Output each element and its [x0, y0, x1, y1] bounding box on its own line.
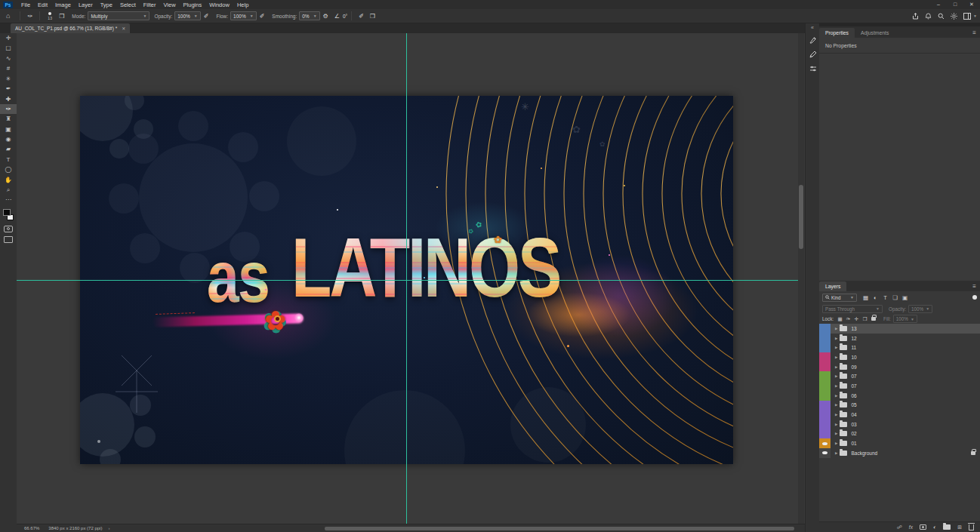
visibility-chip[interactable]: [819, 381, 831, 391]
layer-name[interactable]: 07: [851, 383, 856, 389]
menu-item[interactable]: Type: [97, 2, 116, 8]
layer-effects-icon[interactable]: fx: [909, 524, 913, 530]
visibility-chip[interactable]: [819, 334, 831, 343]
layer-row[interactable]: ▶ 03: [819, 420, 980, 429]
layer-row[interactable]: ▶ 13: [819, 324, 980, 334]
crop-tool[interactable]: #: [0, 63, 17, 73]
visibility-chip[interactable]: [819, 438, 831, 448]
layer-row[interactable]: ▶ 04: [819, 410, 980, 420]
move-tool[interactable]: ✛: [0, 33, 17, 43]
expand-group-icon[interactable]: ▶: [835, 374, 837, 378]
layer-row[interactable]: ▶ 09: [819, 362, 980, 372]
layer-row[interactable]: ▶ 12: [819, 334, 980, 343]
filter-smart-objects-icon[interactable]: ▣: [900, 294, 910, 301]
type-tool[interactable]: T: [0, 155, 17, 165]
layer-row[interactable]: ▶ 02: [819, 429, 980, 439]
menu-item[interactable]: Select: [116, 2, 140, 8]
layer-name[interactable]: 09: [851, 364, 856, 370]
layer-row[interactable]: ▶ 07: [819, 371, 980, 381]
clone-stamp-tool[interactable]: ♜: [0, 114, 17, 124]
layer-name[interactable]: 02: [851, 431, 856, 436]
visibility-chip[interactable]: [819, 401, 831, 411]
expand-group-icon[interactable]: ▶: [835, 394, 837, 398]
filter-toggle-icon[interactable]: [972, 295, 977, 300]
expand-group-icon[interactable]: ▶: [835, 441, 837, 445]
layer-blend-mode-select[interactable]: Pass Through ▼: [822, 305, 883, 313]
visibility-chip[interactable]: [819, 371, 831, 381]
expand-panels-icon[interactable]: «: [806, 23, 819, 32]
visibility-chip[interactable]: [819, 448, 831, 458]
menu-item[interactable]: Plugins: [180, 2, 206, 8]
flow-input[interactable]: 100% ▼: [230, 11, 257, 20]
share-icon[interactable]: [909, 11, 922, 21]
blend-mode-select[interactable]: Multiply ▼: [88, 11, 149, 20]
tab-adjustments[interactable]: Adjustments: [855, 28, 895, 38]
maximize-button[interactable]: □: [947, 2, 963, 8]
screen-mode-icon[interactable]: [4, 236, 13, 243]
symmetry-icon[interactable]: ❒: [367, 13, 378, 20]
layer-name[interactable]: 07: [851, 374, 856, 379]
vertical-scrollbar[interactable]: [798, 33, 804, 524]
layer-row[interactable]: ▶ 05: [819, 401, 980, 411]
smoothing-input[interactable]: 0% ▼: [299, 11, 319, 20]
expand-group-icon[interactable]: ▶: [835, 403, 837, 407]
layer-row[interactable]: ▶ 10: [819, 352, 980, 362]
visibility-chip[interactable]: [819, 324, 831, 334]
eye-icon[interactable]: [822, 451, 827, 454]
delete-layer-icon[interactable]: [969, 524, 974, 530]
layer-row[interactable]: ▶ 06: [819, 391, 980, 401]
visibility-chip[interactable]: [819, 420, 831, 429]
layer-name[interactable]: 06: [851, 393, 856, 398]
layer-name[interactable]: Background: [851, 451, 877, 456]
brush-tool[interactable]: ✑: [0, 104, 17, 114]
expand-group-icon[interactable]: ▶: [835, 327, 837, 331]
menu-item[interactable]: Edit: [34, 2, 51, 8]
add-layer-mask-icon[interactable]: [920, 524, 926, 530]
shape-tool[interactable]: ◯: [0, 165, 17, 174]
layer-name[interactable]: 12: [851, 336, 856, 341]
layer-row[interactable]: ▶ Background: [819, 448, 980, 458]
layer-name[interactable]: 04: [851, 412, 856, 417]
brush-angle-value[interactable]: 0°: [343, 14, 347, 19]
adjustment-layer-icon[interactable]: ◐: [933, 524, 936, 530]
layer-name[interactable]: 03: [851, 422, 856, 427]
pressure-size-icon[interactable]: ✐: [356, 13, 367, 20]
horizontal-guide[interactable]: [17, 280, 798, 281]
filter-pixel-layers-icon[interactable]: ▦: [861, 294, 871, 301]
visibility-chip[interactable]: [819, 410, 831, 420]
smoothing-gear-icon[interactable]: ⚙: [320, 13, 331, 20]
expand-group-icon[interactable]: ▶: [835, 384, 837, 388]
foreground-color-swatch[interactable]: [3, 209, 11, 216]
layer-row[interactable]: ▶ 07: [819, 381, 980, 391]
search-icon[interactable]: [935, 11, 948, 21]
expand-group-icon[interactable]: ▶: [835, 355, 837, 359]
lock-position-icon[interactable]: ✛: [852, 316, 861, 322]
lock-pixels-icon[interactable]: ✑: [844, 316, 852, 322]
expand-group-icon[interactable]: ▶: [835, 413, 837, 417]
close-button[interactable]: ✕: [963, 2, 980, 8]
link-layers-icon[interactable]: ☍: [897, 524, 902, 530]
quick-mask-mode-icon[interactable]: [4, 226, 13, 232]
filter-adjustment-layers-icon[interactable]: ◐: [871, 294, 880, 301]
layer-name[interactable]: 13: [851, 326, 856, 331]
zoom-tool[interactable]: ⌕: [0, 185, 17, 195]
brush-tool-icon[interactable]: ✑: [24, 13, 35, 20]
filter-kind-select[interactable]: Kind ▼: [822, 294, 857, 302]
menu-item[interactable]: Window: [205, 2, 233, 8]
menu-item[interactable]: Help: [233, 2, 252, 8]
visibility-chip[interactable]: [819, 352, 831, 362]
status-chevron-icon[interactable]: ›: [108, 526, 109, 530]
menu-item[interactable]: View: [159, 2, 179, 8]
layer-name[interactable]: 05: [851, 402, 856, 407]
new-layer-icon[interactable]: ⊞: [957, 524, 962, 530]
discover-lightbulb-icon[interactable]: [948, 11, 960, 21]
expand-group-icon[interactable]: ▶: [835, 423, 837, 426]
layer-row[interactable]: ▶ 01: [819, 438, 980, 448]
healing-brush-tool[interactable]: ✚: [0, 94, 17, 103]
expand-group-icon[interactable]: ▶: [835, 432, 837, 435]
panel-menu-icon[interactable]: ≡: [972, 29, 980, 38]
menu-item[interactable]: File: [17, 2, 34, 8]
menu-item[interactable]: Layer: [75, 2, 97, 8]
workspace-switcher-icon[interactable]: [960, 11, 973, 21]
document-tab[interactable]: AU_COL_TC_P1.psd @ 66.7% (13, RGB/8#) * …: [11, 23, 130, 33]
